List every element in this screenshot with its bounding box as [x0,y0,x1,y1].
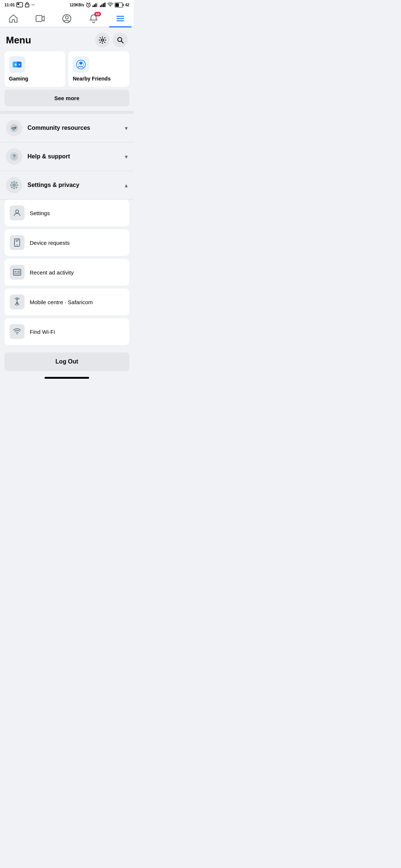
search-icon [117,36,124,44]
settings-sub-icon [10,206,25,220]
settings-privacy-sub-items: Settings Device requests Recent ad activ… [0,200,134,345]
find-wifi-sub-item[interactable]: Find Wi-Fi [4,318,129,345]
find-wifi-icon [10,324,25,339]
community-resources-label: Community resources [27,125,125,131]
svg-rect-0 [17,3,23,7]
home-bar [45,377,89,379]
signal2-icon [100,3,106,7]
status-left: 11:01 ··· [4,2,35,7]
settings-button[interactable] [95,33,110,47]
svg-rect-15 [36,16,42,22]
nav-item-notifications[interactable]: 68 [82,12,105,25]
svg-rect-11 [104,3,105,7]
svg-point-21 [101,39,104,41]
help-icon-wrap: ? [6,148,22,165]
logout-button[interactable]: Log Out [4,352,129,371]
svg-point-36 [16,210,19,213]
profile-icon [62,13,72,24]
recent-ad-icon [10,265,25,280]
svg-rect-1 [17,3,19,5]
help-support-row[interactable]: ? Help & support ▾ [0,142,134,171]
gaming-label: Gaming [9,76,61,82]
nav-item-video[interactable] [29,12,51,25]
question-icon: ? [9,152,19,161]
community-resources-row[interactable]: Community resources ▾ [0,114,134,142]
nearby-friends-icon-wrap [73,56,89,73]
find-wifi-label: Find Wi-Fi [30,329,55,335]
nav-item-home[interactable] [2,12,25,25]
settings-privacy-label: Settings & privacy [27,182,125,188]
svg-point-38 [17,244,17,245]
dots: ··· [31,3,35,7]
nav-item-menu[interactable] [109,12,131,25]
notification-badge: 68 [94,12,101,16]
device-requests-label: Device requests [30,240,70,246]
recent-ad-label: Recent ad activity [30,269,74,276]
video-icon [35,13,45,24]
svg-rect-26 [15,64,16,65]
nav-item-profile[interactable] [56,12,78,25]
svg-rect-8 [100,6,101,7]
svg-rect-13 [123,4,124,6]
settings-chevron-icon: ▴ [125,182,128,189]
svg-rect-9 [101,4,102,7]
home-icon [8,13,19,24]
svg-rect-6 [95,3,97,7]
svg-rect-10 [103,3,104,7]
time: 11:01 [4,3,15,7]
svg-rect-7 [97,3,98,7]
home-indicator [0,374,134,383]
nearby-friends-card[interactable]: Nearby Friends [68,51,129,87]
device-requests-sub-item[interactable]: Device requests [4,229,129,256]
svg-rect-40 [14,271,17,273]
settings-privacy-row[interactable]: Settings & privacy ▴ [0,171,134,200]
help-chevron-icon: ▾ [125,153,128,160]
settings-privacy-icon-wrap [6,177,22,193]
nearby-friends-label: Nearby Friends [73,76,125,82]
nav-bar: 68 [0,9,134,27]
network-speed: 123KB/s [69,3,84,7]
svg-rect-5 [94,4,95,7]
svg-rect-4 [92,6,94,7]
search-button[interactable] [113,33,128,47]
settings-item-label: Settings [30,210,50,216]
page-title: Menu [6,34,31,46]
lock-icon [25,2,30,7]
svg-text:?: ? [13,154,16,160]
status-bar: 11:01 ··· 123KB/s [0,0,134,9]
ad-icon [13,268,22,277]
svg-point-27 [19,64,20,65]
settings-sub-item[interactable]: Settings [4,200,129,226]
recent-ad-sub-item[interactable]: Recent ad activity [4,259,129,286]
mobile-centre-label: Mobile centre · Safaricom [30,299,93,305]
help-support-label: Help & support [27,153,125,160]
handshake-icon [9,123,19,133]
svg-rect-2 [25,4,29,7]
mobile-centre-sub-item[interactable]: Mobile centre · Safaricom [4,289,129,315]
wifi-icon [13,327,22,336]
gaming-card[interactable]: Gaming [4,51,65,87]
sim-icon [16,2,23,7]
device-icon [13,238,22,247]
svg-line-23 [121,41,123,43]
svg-point-44 [17,333,18,335]
menu-icon [115,13,125,24]
divider-1 [0,111,134,114]
nearby-friends-icon [76,59,86,70]
wifi-icon [107,3,113,7]
battery-percent: 42 [125,3,129,7]
community-chevron-icon: ▾ [125,125,128,132]
device-requests-icon [10,235,25,250]
header-actions [95,33,128,47]
battery-icon [115,3,124,7]
gaming-icon-wrap [9,56,25,73]
person-settings-icon [13,208,22,217]
see-more-button[interactable]: See more [4,90,129,106]
status-right: 123KB/s [69,2,129,7]
mobile-centre-icon [10,295,25,309]
svg-rect-14 [115,3,119,7]
alarm-icon [86,2,91,7]
gear-icon [99,36,106,44]
grid-section: Gaming Nearby Friends [0,51,134,90]
gaming-icon [12,59,22,70]
